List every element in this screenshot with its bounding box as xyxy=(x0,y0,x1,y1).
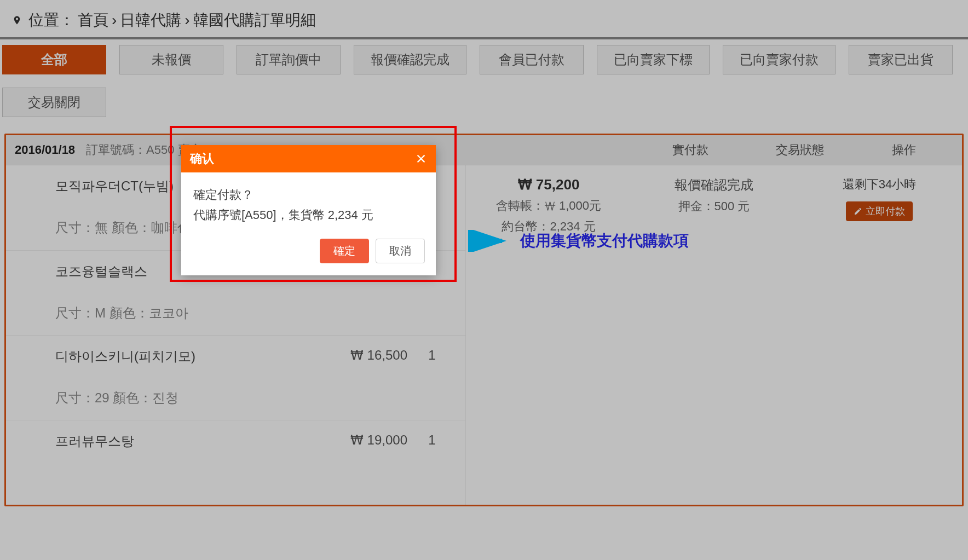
cancel-button[interactable]: 取消 xyxy=(376,239,425,263)
modal-body: 確定付款？ 代購序號[A550]，集貨幣 2,234 元 xyxy=(181,172,436,231)
modal-footer: 確定 取消 xyxy=(181,231,436,275)
modal-line1: 確定付款？ xyxy=(193,184,424,205)
annotation-text: 使用集貨幣支付代購款項 xyxy=(520,230,689,251)
modal-header: 确认 xyxy=(181,145,436,172)
modal-title: 确认 xyxy=(190,151,214,167)
annotation: 使用集貨幣支付代購款項 xyxy=(468,230,689,252)
confirm-button[interactable]: 確定 xyxy=(320,239,369,263)
modal-line2: 代購序號[A550]，集貨幣 2,234 元 xyxy=(193,205,424,225)
close-icon[interactable] xyxy=(415,153,427,165)
modal-overlay xyxy=(0,0,968,560)
confirm-modal: 确认 確定付款？ 代購序號[A550]，集貨幣 2,234 元 確定 取消 xyxy=(181,145,436,275)
arrow-right-icon xyxy=(468,230,512,252)
